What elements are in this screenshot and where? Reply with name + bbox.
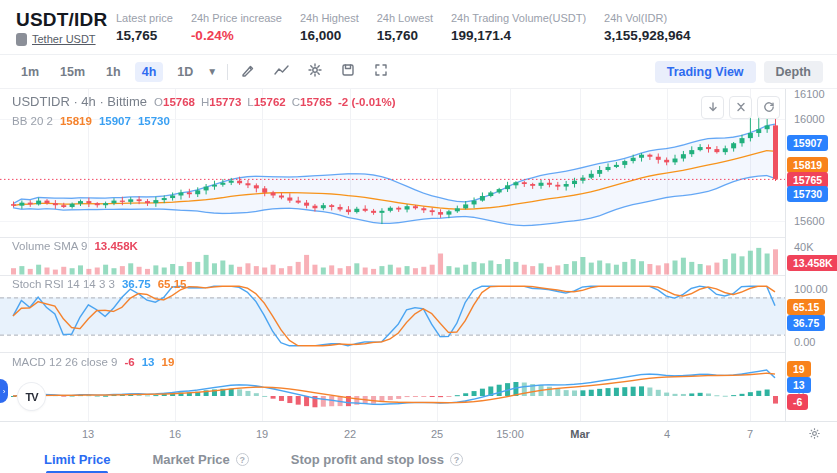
- tab-stop-profit-loss[interactable]: Stop profit and stop loss ?: [291, 446, 463, 473]
- order-type-tabs: Limit Price Market Price ? Stop profit a…: [0, 445, 837, 473]
- coin-link[interactable]: Tether USDT: [32, 33, 96, 45]
- bb-legend: BB 20 2 15819 15907 15730: [12, 115, 170, 127]
- interval-1h[interactable]: 1h: [99, 62, 128, 82]
- macd-hist-badge: -6: [787, 394, 808, 410]
- fullscreen-icon: [373, 62, 389, 81]
- bb-upper-badge: 15907: [787, 135, 828, 151]
- collapse-icon: [735, 99, 747, 117]
- bb-basis-badge: 15819: [787, 157, 828, 173]
- fullscreen-button[interactable]: [369, 60, 393, 83]
- collapse-pane-button[interactable]: [729, 96, 752, 119]
- stat-latest-price: Latest price 15,765: [116, 12, 173, 43]
- time-label: 22: [344, 428, 356, 440]
- tab-market-price[interactable]: Market Price ?: [152, 446, 248, 473]
- stat-price-increase: 24h Price increase -0.24%: [191, 12, 282, 43]
- time-label: 19: [256, 428, 268, 440]
- chart-area: USDTIDR · 4h · Bittime O15768 H15773 L15…: [0, 88, 837, 445]
- stoch-tick-top: 100.00: [794, 283, 828, 295]
- price-tick: 16000: [794, 113, 825, 125]
- chart-toolbar: 1m 15m 1h 4h 1D ▼ Trading View Depth: [0, 55, 837, 88]
- interval-15m[interactable]: 15m: [53, 62, 92, 82]
- stat-highest: 24h Highest 16,000: [300, 12, 359, 43]
- macd-line-badge: 13: [787, 377, 811, 393]
- time-label-month: Mar: [570, 428, 590, 440]
- macd-signal-badge: 19: [787, 361, 811, 377]
- time-label: 7: [747, 428, 753, 440]
- price-chart-canvas[interactable]: [0, 89, 785, 421]
- volume-badge: 13.458K: [787, 255, 837, 271]
- chart-style-button[interactable]: [269, 60, 294, 83]
- price-tick: 15600: [794, 215, 825, 227]
- main-chart-legend: USDTIDR · 4h · Bittime O15768 H15773 L15…: [12, 94, 396, 109]
- tab-depth[interactable]: Depth: [764, 61, 823, 83]
- volume-legend: Volume SMA 9 13.458K: [12, 240, 138, 252]
- gear-icon: [307, 62, 323, 81]
- axis-settings-gear-icon[interactable]: [807, 426, 822, 445]
- pencil-icon: [240, 62, 256, 81]
- interval-dropdown-caret-icon[interactable]: ▼: [207, 66, 217, 77]
- tradingview-logo[interactable]: TV: [18, 383, 45, 410]
- stat-volume-usdt: 24h Trading Volume(USDT) 199,171.4: [451, 12, 586, 43]
- line-chart-icon: [273, 62, 290, 81]
- time-label: 13: [82, 428, 94, 440]
- draw-tool-button[interactable]: [236, 60, 260, 83]
- volume-tick: 40K: [794, 241, 814, 253]
- bb-lower-badge: 15730: [787, 186, 828, 202]
- interval-1d[interactable]: 1D: [170, 62, 200, 82]
- tether-icon: [16, 33, 27, 46]
- save-layout-button[interactable]: [336, 60, 360, 83]
- reset-icon: [763, 99, 775, 117]
- arrow-down-icon: [707, 99, 719, 117]
- chart-settings-button[interactable]: [303, 60, 327, 83]
- time-label: 16: [169, 428, 181, 440]
- interval-4h[interactable]: 4h: [135, 62, 164, 82]
- ohlc-values: O15768 H15773 L15762 C15765 -2 (-0.01%): [154, 96, 395, 108]
- stoch-k-badge: 36.75: [787, 315, 825, 331]
- reset-chart-button[interactable]: [757, 96, 780, 119]
- price-tick: 16100: [794, 88, 825, 100]
- macd-legend: MACD 12 26 close 9 -6 13 19: [12, 356, 174, 368]
- stat-lowest: 24h Lowest 15,760: [377, 12, 433, 43]
- tab-limit-price[interactable]: Limit Price: [44, 446, 110, 473]
- time-label: 25: [431, 428, 443, 440]
- price-axis[interactable]: 16100 16000 15600 15907 15819 15765 1573…: [785, 89, 837, 421]
- chart-control-buttons: [701, 96, 780, 119]
- stoch-d-badge: 65.15: [787, 299, 825, 315]
- help-icon[interactable]: ?: [450, 453, 463, 466]
- time-label: 15:00: [496, 428, 524, 440]
- toolbar-divider: [227, 64, 228, 80]
- stoch-tick-bottom: 0.00: [794, 336, 815, 348]
- pair-header: USDT/IDR Tether USDT Latest price 15,765…: [0, 0, 837, 55]
- stat-volume-idr: 24h Vol(IDR) 3,155,928,964: [604, 12, 690, 43]
- help-icon[interactable]: ?: [236, 453, 249, 466]
- scroll-to-recent-button[interactable]: [701, 96, 724, 119]
- time-axis[interactable]: 13 16 19 22 25 15:00 Mar 4 7: [0, 421, 837, 446]
- pair-title: USDT/IDR: [16, 9, 112, 31]
- ticker-stats: Latest price 15,765 24h Price increase -…: [116, 12, 690, 43]
- time-label: 4: [664, 428, 670, 440]
- stoch-legend: Stoch RSI 14 14 3 3 36.75 65.15: [12, 278, 187, 290]
- tab-trading-view[interactable]: Trading View: [655, 61, 756, 83]
- interval-1m[interactable]: 1m: [14, 62, 46, 82]
- save-icon: [340, 62, 356, 81]
